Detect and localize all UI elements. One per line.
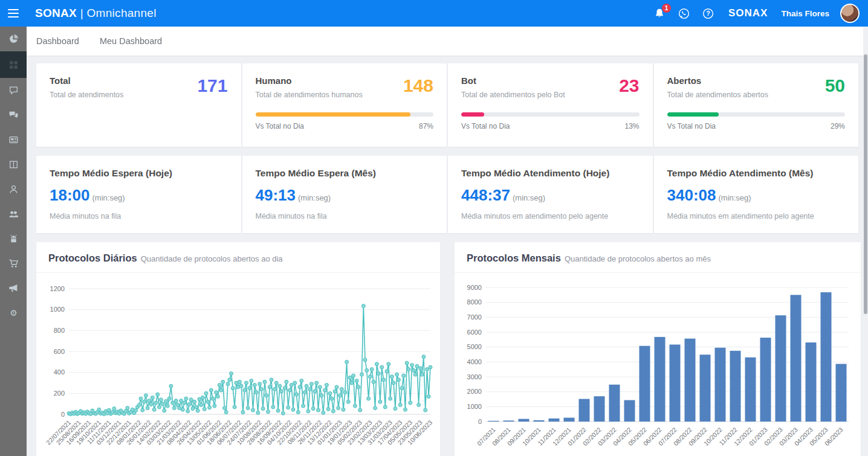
svg-text:800: 800 — [54, 327, 65, 334]
svg-text:600: 600 — [54, 348, 65, 355]
stat-value: 148 — [403, 77, 433, 95]
stat-subtitle: Total de atendimentos — [50, 91, 123, 99]
svg-text:⚙: ⚙ — [10, 308, 17, 318]
progress-label: Vs Total no Dia — [667, 122, 716, 130]
sidebar-item-megaphone[interactable] — [0, 276, 27, 301]
time-card-unit: (min:seg) — [92, 193, 125, 202]
dashboard-icon — [8, 60, 19, 70]
stat-title: Total — [50, 75, 123, 86]
gears-icon: ⚙ — [8, 308, 19, 318]
svg-text:4000: 4000 — [467, 358, 482, 365]
svg-text:3000: 3000 — [467, 373, 482, 381]
time-card: Tempo Médio Atendimento (Mês)340:08(min:… — [654, 156, 859, 233]
progress-label: Vs Total no Dia — [256, 122, 305, 130]
cart-icon — [8, 259, 19, 269]
time-card-title: Tempo Médio Atendimento (Hoje) — [461, 168, 640, 179]
svg-text:?: ? — [706, 10, 710, 17]
stat-card-humano: HumanoTotal de atendimentos humanos148Vs… — [242, 63, 447, 147]
stat-value: 50 — [825, 77, 845, 95]
stat-card-bot: BotTotal de atendimentos pelo Bot23Vs To… — [448, 63, 653, 147]
users-group-icon — [8, 209, 19, 219]
svg-text:0: 0 — [478, 418, 482, 425]
daily-chart-title: Protocolos Diários — [48, 252, 137, 263]
columns-icon — [8, 159, 19, 170]
time-card-subtitle: Média minutos na fila — [256, 212, 434, 220]
svg-text:8000: 8000 — [467, 298, 482, 306]
breadcrumb-meu-dashboard[interactable]: Meu Dashboard — [100, 36, 162, 46]
time-card-unit: (min:seg) — [513, 193, 545, 202]
svg-text:400: 400 — [54, 368, 65, 376]
page-scrollbar — [863, 27, 868, 456]
time-card-title: Tempo Médio Atendimento (Mês) — [667, 168, 846, 179]
time-card: Tempo Médio Espera (Mês)49:13(min:seg)Mé… — [242, 156, 447, 233]
robot-icon — [8, 234, 19, 244]
time-card-value: 340:08(min:seg) — [667, 186, 846, 205]
sidebar-item-columns[interactable] — [0, 152, 27, 177]
progress-bar — [461, 112, 640, 117]
sidebar-item-chat-outline[interactable] — [0, 78, 27, 103]
time-cards-row: Tempo Médio Espera (Hoje)18:00(min:seg)M… — [36, 156, 858, 233]
time-card-unit: (min:seg) — [298, 193, 331, 202]
time-card-value: 448:37(min:seg) — [461, 186, 640, 205]
sidebar-item-cart[interactable] — [0, 251, 27, 276]
progress-bar — [256, 112, 434, 117]
sidebar-item-gears[interactable]: ⚙ — [0, 301, 27, 326]
daily-chart-subtitle: Quantidade de protocolos abertos ao dia — [141, 254, 283, 263]
stat-card-total: TotalTotal de atendimentos171 — [36, 63, 241, 147]
svg-text:200: 200 — [54, 390, 65, 397]
sidebar-item-chats-filled[interactable] — [0, 103, 27, 127]
monthly-protocols-chart[interactable]: 010002000300040005000600070008000900007/… — [456, 278, 860, 456]
user-avatar[interactable] — [840, 4, 860, 23]
scrollbar-thumb[interactable] — [864, 54, 867, 314]
sidebar-item-pie-chart[interactable] — [0, 27, 27, 51]
chats-filled-icon — [8, 110, 19, 120]
question-circle-icon: ? — [702, 8, 714, 19]
stat-subtitle: Total de atendimentos abertos — [667, 91, 768, 99]
stat-cards-row: TotalTotal de atendimentos171HumanoTotal… — [36, 63, 858, 147]
time-card-value: 49:13(min:seg) — [256, 186, 434, 205]
menu-toggle-button[interactable] — [0, 9, 27, 18]
whatsapp-icon — [678, 8, 690, 19]
time-card-subtitle: Média minutos em atendimento pelo agente — [461, 212, 640, 220]
svg-text:0: 0 — [61, 411, 65, 418]
stat-subtitle: Total de atendimentos pelo Bot — [461, 91, 565, 99]
svg-text:9000: 9000 — [467, 284, 482, 291]
time-card: Tempo Médio Espera (Hoje)18:00(min:seg)M… — [36, 156, 241, 233]
stat-card-abertos: AbertosTotal de atendimentos abertos50Vs… — [654, 63, 859, 147]
notifications-button[interactable]: 1 — [652, 6, 667, 21]
user-name: Thais Flores — [781, 9, 829, 18]
help-button[interactable]: ? — [701, 6, 715, 21]
time-card-subtitle: Média minutos em atendimento pelo agente — [667, 212, 846, 220]
progress-bar — [667, 112, 846, 117]
sidebar-item-newspaper[interactable] — [0, 127, 27, 152]
stat-title: Humano — [256, 75, 363, 86]
sidebar-item-users-group[interactable] — [0, 202, 27, 226]
daily-protocols-chart[interactable]: 02004006008001000120022/07/202125/08/202… — [37, 278, 439, 456]
breadcrumb-dashboard[interactable]: Dashboard — [36, 36, 79, 46]
svg-text:2000: 2000 — [467, 388, 482, 395]
progress-percent: 87% — [419, 122, 433, 130]
stat-title: Bot — [461, 75, 565, 86]
stat-value: 171 — [197, 77, 227, 95]
top-header: SONAX | Omnichannel 1 ? SONAX Thais Flor… — [0, 0, 868, 27]
megaphone-icon — [8, 283, 19, 294]
sidebar-nav: ⚙ — [0, 27, 27, 456]
pie-chart-icon — [8, 34, 19, 44]
progress-label: Vs Total no Dia — [461, 122, 510, 130]
svg-text:7000: 7000 — [467, 313, 482, 321]
daily-protocols-card: Protocolos DiáriosQuantidade de protocol… — [36, 242, 440, 456]
notification-badge: 1 — [662, 4, 671, 13]
sidebar-item-user-outline[interactable] — [0, 177, 27, 202]
svg-text:1000: 1000 — [467, 403, 482, 410]
monthly-protocols-card: Protocolos MensaisQuantidade de protocol… — [455, 242, 861, 456]
sidebar-item-dashboard[interactable] — [0, 51, 27, 78]
sidebar-item-robot[interactable] — [0, 226, 27, 251]
main-content: TotalTotal de atendimentos171HumanoTotal… — [27, 56, 868, 456]
time-card-value: 18:00(min:seg) — [50, 186, 228, 205]
whatsapp-button[interactable] — [676, 6, 691, 21]
monthly-chart-subtitle: Quantidade de protocolos abertos ao mês — [565, 254, 711, 263]
time-card-unit: (min:seg) — [718, 193, 751, 202]
monthly-chart-title: Protocolos Mensais — [467, 252, 561, 263]
progress-percent: 13% — [624, 122, 639, 130]
time-card: Tempo Médio Atendimento (Hoje)448:37(min… — [448, 156, 653, 233]
